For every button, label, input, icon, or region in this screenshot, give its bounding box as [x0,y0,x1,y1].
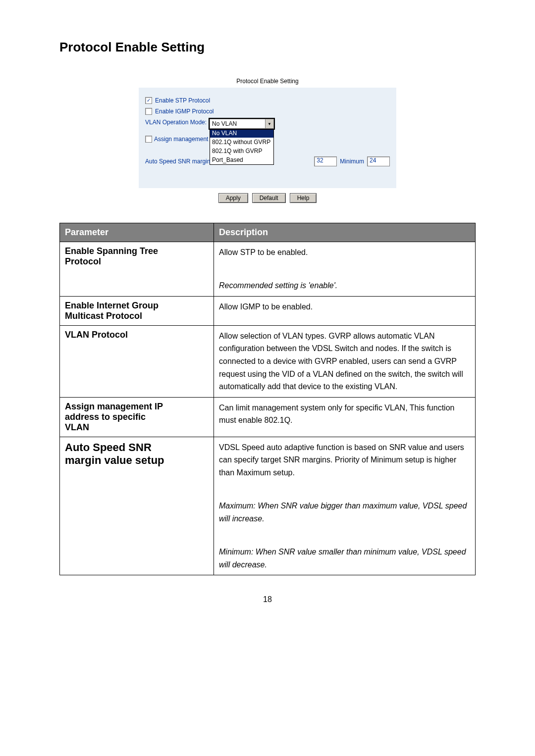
assign-mgmt-checkbox[interactable] [145,136,152,143]
apply-button[interactable]: Apply [218,193,248,203]
table-row: Enable Spanning Tree Protocol Allow STP … [60,242,476,297]
vlan-option-8021q-gvrp[interactable]: 802.1Q with GVRP [210,147,273,155]
vlan-mode-value: No VLAN [210,119,265,128]
vlan-mode-label: VLAN Operation Mode: [145,119,207,126]
param-label: address to specific [65,412,209,422]
vlan-option-8021q-no-gvrp[interactable]: 802.1Q without GVRP [210,138,273,147]
param-desc: Allow IGMP to be enabled. [219,301,470,313]
param-label: VLAN [65,422,209,433]
param-label: Assign management IP [65,402,209,412]
table-row: Assign management IP address to specific… [60,397,476,437]
settings-panel: ✓ Enable STP Protocol Enable IGMP Protoc… [139,88,396,188]
enable-igmp-checkbox[interactable] [145,108,152,115]
embedded-screenshot: Protocol Enable Setting ✓ Enable STP Pro… [59,75,476,203]
param-label: Multicast Protocol [65,311,209,321]
param-desc: VDSL Speed auto adaptive function is bas… [219,441,470,479]
table-row: VLAN Protocol Allow selection of VLAN ty… [60,325,476,397]
parameter-table: Parameter Description Enable Spanning Tr… [59,223,476,575]
enable-stp-label: Enable STP Protocol [155,97,210,104]
snr-max-input[interactable]: 32 [314,156,337,166]
enable-igmp-row: Enable IGMP Protocol [145,108,390,115]
default-button[interactable]: Default [252,193,286,203]
screenshot-caption: Protocol Enable Setting [139,75,396,88]
snr-margin-label: Auto Speed SNR margin [145,158,210,165]
snr-min-input[interactable]: 24 [367,156,390,166]
help-button[interactable]: Help [290,193,317,203]
table-header-row: Parameter Description [60,223,476,242]
param-desc-italic: Recommended setting is 'enable'. [219,279,470,292]
header-parameter: Parameter [60,223,214,242]
snr-min-label: Minimum [340,158,364,165]
chevron-down-icon[interactable]: ▼ [265,119,273,128]
enable-stp-row: ✓ Enable STP Protocol [145,97,390,104]
param-label: Enable Internet Group [65,301,209,311]
button-row: Apply Default Help [139,193,396,203]
page-number: 18 [59,595,476,604]
param-label: Protocol [65,256,209,267]
param-label: margin value setup [65,454,209,467]
enable-stp-checkbox[interactable]: ✓ [145,97,152,104]
param-label: VLAN Protocol [65,330,209,340]
vlan-mode-select[interactable]: No VLAN ▼ [210,119,274,129]
vlan-option-no-vlan[interactable]: No VLAN [210,129,273,138]
param-desc: Allow selection of VLAN types. GVRP allo… [219,330,470,393]
assign-mgmt-label: Assign management [154,136,208,143]
table-row: Auto Speed SNR margin value setup VDSL S… [60,437,476,575]
param-desc: Allow STP to be enabled. [219,246,470,259]
param-desc-italic: Maximum: When SNR value bigger than maxi… [219,500,470,525]
param-desc-italic: Minimum: When SNR value smaller than min… [219,546,470,571]
param-desc: Can limit management system only for spe… [219,402,470,427]
table-row: Enable Internet Group Multicast Protocol… [60,296,476,325]
header-description: Description [214,223,476,242]
param-label: Auto Speed SNR [65,441,209,454]
page-title: Protocol Enable Setting [59,40,476,55]
enable-igmp-label: Enable IGMP Protocol [155,108,214,115]
param-label: Enable Spanning Tree [65,246,209,256]
